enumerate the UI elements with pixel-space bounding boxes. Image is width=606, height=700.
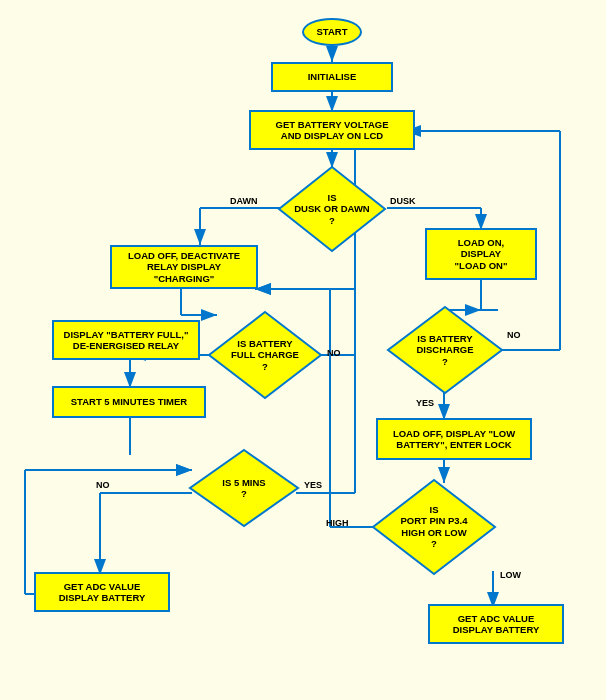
start-label: START bbox=[317, 26, 348, 37]
battery-discharge-node: IS BATTERYDISCHARGE? bbox=[386, 305, 504, 395]
initialise-node: INITIALISE bbox=[271, 62, 393, 92]
display-battery-full-label: DISPLAY "BATTERY FULL," DE-ENERGISED REL… bbox=[64, 329, 189, 352]
load-off-low-label: LOAD OFF, DISPLAY "LOW BATTERY", ENTER L… bbox=[393, 428, 515, 451]
yes-5mins-label: YES bbox=[304, 480, 322, 490]
dusk-dawn-node: ISDUSK OR DAWN? bbox=[277, 165, 387, 253]
low-label: LOW bbox=[500, 570, 521, 580]
load-on-label: LOAD ON, DISPLAY "LOAD ON" bbox=[455, 237, 508, 271]
dawn-label: DAWN bbox=[230, 196, 258, 206]
dusk-label: DUSK bbox=[390, 196, 416, 206]
port-pin-node: ISPORT PIN P3.4HIGH OR LOW? bbox=[371, 478, 497, 576]
no-battery-full-label: NO bbox=[327, 348, 341, 358]
battery-discharge-label: IS BATTERYDISCHARGE? bbox=[398, 333, 492, 367]
start-node: START bbox=[302, 18, 362, 46]
yes-discharge-label: YES bbox=[416, 398, 434, 408]
start-timer-label: START 5 MINUTES TIMER bbox=[71, 396, 187, 407]
port-pin-label: ISPORT PIN P3.4HIGH OR LOW? bbox=[384, 504, 485, 550]
flowchart: START INITIALISE GET BATTERY VOLTAGE AND… bbox=[0, 0, 606, 700]
display-battery-full-node: DISPLAY "BATTERY FULL," DE-ENERGISED REL… bbox=[52, 320, 200, 360]
load-on-node: LOAD ON, DISPLAY "LOAD ON" bbox=[425, 228, 537, 280]
battery-full-node: IS BATTERYFULL CHARGE? bbox=[207, 310, 323, 400]
high-label: HIGH bbox=[326, 518, 349, 528]
load-off-charging-label: LOAD OFF, DEACTIVATE RELAY DISPLAY "CHAR… bbox=[128, 250, 240, 284]
get-battery-node: GET BATTERY VOLTAGE AND DISPLAY ON LCD bbox=[249, 110, 415, 150]
get-adc-right-node: GET ADC VALUE DISPLAY BATTERY bbox=[428, 604, 564, 644]
get-adc-right-label: GET ADC VALUE DISPLAY BATTERY bbox=[453, 613, 540, 636]
load-off-charging-node: LOAD OFF, DEACTIVATE RELAY DISPLAY "CHAR… bbox=[110, 245, 258, 289]
get-battery-label: GET BATTERY VOLTAGE AND DISPLAY ON LCD bbox=[276, 119, 389, 142]
start-timer-node: START 5 MINUTES TIMER bbox=[52, 386, 206, 418]
battery-full-label: IS BATTERYFULL CHARGE? bbox=[219, 338, 312, 372]
get-adc-left-label: GET ADC VALUE DISPLAY BATTERY bbox=[59, 581, 146, 604]
dusk-dawn-label: ISDUSK OR DAWN? bbox=[288, 192, 376, 226]
no-discharge-label: NO bbox=[507, 330, 521, 340]
load-off-low-node: LOAD OFF, DISPLAY "LOW BATTERY", ENTER L… bbox=[376, 418, 532, 460]
no-5mins-label: NO bbox=[96, 480, 110, 490]
is-5mins-label: IS 5 MINS? bbox=[199, 477, 289, 500]
is-5mins-node: IS 5 MINS? bbox=[188, 448, 300, 528]
get-adc-left-node: GET ADC VALUE DISPLAY BATTERY bbox=[34, 572, 170, 612]
initialise-label: INITIALISE bbox=[308, 71, 357, 82]
